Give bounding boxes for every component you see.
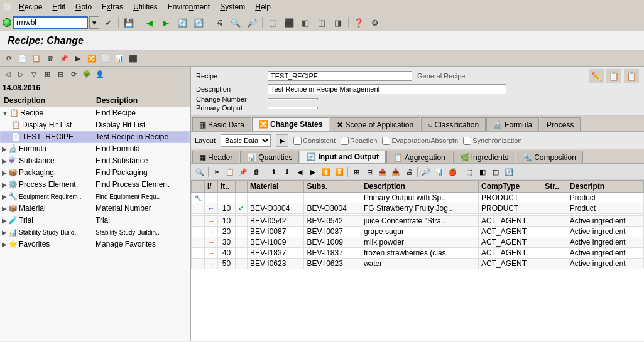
tbl-btn22[interactable]: 🔃: [503, 166, 515, 178]
col-description[interactable]: Description: [361, 181, 478, 193]
toolbar2-btn9[interactable]: 📊: [113, 52, 126, 65]
col-descriptn[interactable]: Descriptn: [567, 181, 643, 193]
red-refresh1[interactable]: 🔄: [175, 16, 190, 29]
synchronization-checkbox[interactable]: [463, 137, 471, 145]
tree-item-favorites[interactable]: ▶ ⭐ Favorites Manage Favorites: [0, 238, 190, 250]
tab-classification[interactable]: ○ Classification: [421, 117, 486, 131]
cell-subs[interactable]: BEV-I1837: [304, 248, 361, 259]
tbl-btn19[interactable]: ⬚: [463, 166, 476, 178]
table-row[interactable]: → 30 BEV-I1009 BEV-I1009 milk powder ACT…: [192, 237, 644, 248]
tbl-del-btn[interactable]: 🗑: [250, 166, 263, 178]
tbl-btn21[interactable]: ◫: [489, 166, 502, 178]
confirm-btn[interactable]: ✔: [101, 16, 116, 29]
tool2[interactable]: ⬛: [281, 16, 297, 29]
toolbar2-btn8[interactable]: ⬜: [99, 52, 112, 65]
table-row[interactable]: → 40 BEV-I1837 BEV-I1837 frozen strawber…: [192, 248, 644, 259]
menu-help[interactable]: Help: [250, 1, 276, 13]
tbl-btn6[interactable]: ⬇: [280, 166, 293, 178]
toolbar2-btn3[interactable]: 📋: [30, 52, 43, 65]
cell-material[interactable]: BEV-I1009: [248, 237, 304, 248]
table-row[interactable]: → 50 BEV-I0623 BEV-I0623 water ACT_AGENT…: [192, 259, 644, 269]
tree-item-equipment[interactable]: ▶ 🔧 Equipment Requirem.. Find Equipment …: [0, 191, 190, 203]
recipe-edit-btn[interactable]: ✏️: [589, 69, 604, 83]
tbl-btn12[interactable]: ⊟: [363, 166, 376, 178]
tbl-btn15[interactable]: 🖨: [403, 166, 415, 178]
tree-btn-refresh[interactable]: ⟳: [67, 68, 80, 80]
fwd-btn[interactable]: ▶: [158, 16, 173, 29]
subtab-input-output[interactable]: 🔄 Input and Output: [300, 151, 386, 163]
subtab-composition[interactable]: 🔩 Composition: [516, 151, 583, 163]
tool4[interactable]: ◫: [314, 16, 329, 29]
tbl-btn17[interactable]: 📊: [433, 166, 445, 178]
address-input[interactable]: rmwbl: [13, 16, 88, 29]
menu-system[interactable]: System: [215, 1, 250, 13]
table-row[interactable]: → 10 BEV-I0542 BEV-I0542 juice Concentra…: [192, 216, 644, 227]
help-btn[interactable]: ❓: [351, 16, 366, 29]
subtab-aggregation[interactable]: 📋 Aggregation: [386, 151, 452, 163]
tree-btn-expand[interactable]: ⊞: [41, 68, 53, 80]
cell-subs[interactable]: BEV-I1009: [304, 237, 361, 248]
tbl-btn16[interactable]: 🔎: [420, 166, 432, 178]
tree-btn-collapse[interactable]: ⊟: [54, 68, 67, 80]
tbl-btn13[interactable]: 📤: [376, 166, 389, 178]
toolbar2-btn10[interactable]: ⬛: [127, 52, 139, 65]
tbl-paste-btn[interactable]: 📌: [237, 166, 249, 178]
cell-material[interactable]: BEV-I0087: [248, 227, 304, 237]
red-refresh2[interactable]: 🔃: [191, 16, 206, 29]
cell-subs[interactable]: BEV-I0542: [304, 216, 361, 227]
primary-output-value[interactable]: [268, 107, 318, 109]
toolbar2-btn5[interactable]: 📌: [58, 52, 70, 65]
save-btn[interactable]: 💾: [121, 16, 136, 29]
layout-select[interactable]: Basic Data: [221, 134, 271, 147]
cell-material[interactable]: BEV-O3004: [248, 203, 304, 214]
toolbar2-btn6[interactable]: ▶: [72, 52, 84, 65]
tree-item-display-hit-list[interactable]: 📋 Display Hit List Display Hit List: [0, 119, 190, 131]
tree-btn-tree[interactable]: 🌳: [80, 68, 93, 80]
recipe-btn3[interactable]: 📋: [624, 69, 639, 83]
tbl-btn18[interactable]: 🍎: [446, 166, 459, 178]
tree-btn-fwd[interactable]: ▷: [14, 68, 27, 80]
col-material[interactable]: Material: [248, 181, 304, 193]
tree-item-packaging[interactable]: ▶ 📦 Packaging Find Packaging: [0, 167, 190, 179]
col-item[interactable]: It..: [218, 181, 236, 193]
tbl-search-btn[interactable]: 🔍: [194, 166, 206, 178]
toolbar2-btn1[interactable]: ⟳: [3, 52, 15, 65]
recipe-display-btn[interactable]: 📋: [606, 69, 621, 83]
find2-btn[interactable]: 🔎: [244, 16, 259, 29]
menu-extras[interactable]: Extras: [97, 1, 128, 13]
tbl-btn11[interactable]: ⊞: [350, 166, 363, 178]
menu-edit[interactable]: Edit: [47, 1, 70, 13]
tbl-btn7[interactable]: ◀: [293, 166, 306, 178]
consistent-checkbox[interactable]: [293, 137, 302, 145]
tbl-btn9[interactable]: ⏫: [320, 166, 332, 178]
menu-goto[interactable]: Goto: [70, 1, 97, 13]
find-btn[interactable]: 🔍: [228, 16, 243, 29]
table-row[interactable]: ← 10 ✓ BEV-O3004 BEV-O3004 FG Strawberry…: [192, 203, 644, 214]
tree-btn-down[interactable]: ▽: [28, 68, 40, 80]
table-row[interactable]: 🔧 Primary Output with Sp.. PRODUCT Produ…: [192, 193, 644, 203]
change-number-value[interactable]: [268, 98, 318, 100]
address-dropdown-btn[interactable]: ▼: [89, 16, 99, 29]
tree-btn-back[interactable]: ◁: [1, 68, 14, 80]
evaporation-checkbox[interactable]: [382, 137, 390, 145]
tab-scope[interactable]: ✖ Scope of Application: [330, 117, 420, 131]
tree-item-material[interactable]: ▶ 📦 Material Material Number: [0, 203, 190, 215]
print-btn[interactable]: 🖨: [212, 16, 227, 29]
tbl-cut-btn[interactable]: ✂: [210, 166, 223, 178]
col-comptype[interactable]: CompType: [479, 181, 542, 193]
layout-go-btn[interactable]: ▶: [276, 134, 288, 147]
tree-item-formula[interactable]: ▶ 🔬 Formula Find Formula: [0, 143, 190, 155]
tbl-btn8[interactable]: ▶: [307, 166, 319, 178]
cell-material[interactable]: BEV-I1837: [248, 248, 304, 259]
tab-change-states[interactable]: 🔀 Change States: [252, 117, 329, 131]
tool3[interactable]: ◧: [298, 16, 313, 29]
toolbar2-btn2[interactable]: 📄: [16, 52, 29, 65]
tree-item-recipe[interactable]: ▼ 📋 Recipe Find Recipe: [0, 107, 190, 119]
tbl-btn10[interactable]: ⏬: [333, 166, 346, 178]
col-subs[interactable]: Subs.: [304, 181, 361, 193]
tbl-copy-btn[interactable]: 📋: [224, 166, 236, 178]
cell-subs highlighted[interactable]: BEV-I0623: [304, 259, 361, 269]
settings-btn[interactable]: ⚙: [368, 16, 383, 29]
tool5[interactable]: ◨: [330, 16, 346, 29]
tree-item-stability[interactable]: ▶ 📊 Stability Study Build.. Stability St…: [0, 227, 190, 238]
